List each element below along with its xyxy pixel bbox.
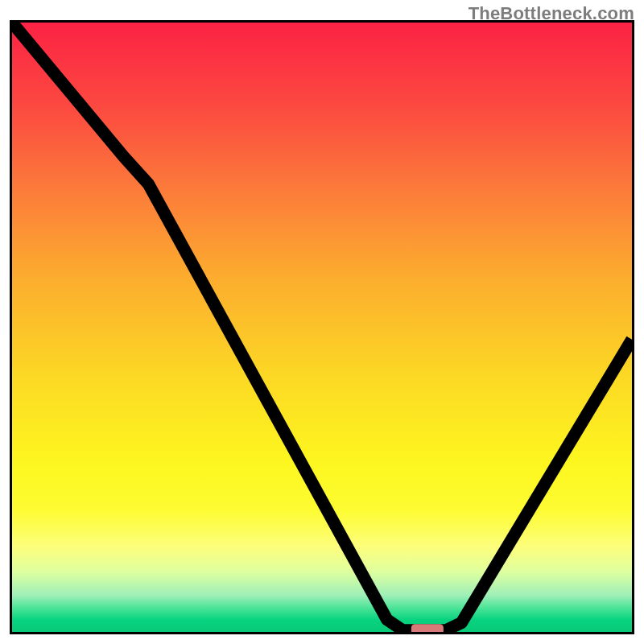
chart-curve	[12, 23, 632, 630]
chart-plot	[12, 23, 632, 632]
watermark-text: TheBottleneck.com	[469, 3, 634, 24]
chart-frame	[10, 20, 634, 634]
chart-marker	[411, 624, 444, 632]
